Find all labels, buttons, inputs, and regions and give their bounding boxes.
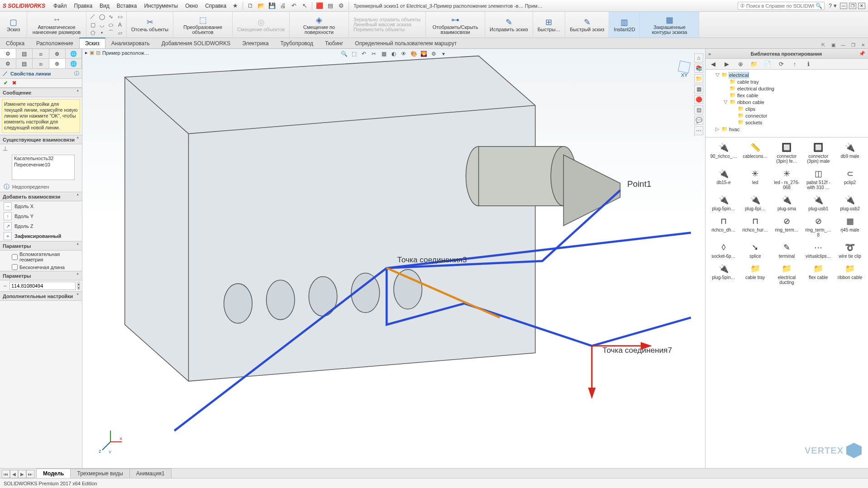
relation-along-x[interactable]: →Вдоль X [0, 201, 82, 211]
last-tab-icon[interactable]: ⏭ [26, 470, 34, 478]
library-item[interactable]: ◫pabst 512f - with 310 … [803, 166, 834, 191]
ribbon-auto-dimension[interactable]: ↔Автоматическое нанесение размеров [27, 12, 86, 38]
property-tab[interactable]: ▤ [16, 49, 33, 58]
cancel-button[interactable]: ✖ [12, 80, 16, 86]
add-loc-icon[interactable]: ⊕ [736, 60, 744, 68]
text-tool-icon[interactable]: A [116, 21, 124, 28]
mgr-tab-4[interactable]: ⊕ [49, 59, 66, 68]
ribbon-quick-snaps[interactable]: ⊞Быстры… [533, 12, 566, 38]
breadcrumb[interactable]: ▸ ▣ ▧ Пример располож… [85, 50, 149, 56]
fillet-tool-icon[interactable]: ⌒ [107, 29, 114, 37]
rect-tool-icon[interactable]: ▢ [89, 21, 96, 28]
select-icon[interactable]: ↖ [300, 2, 309, 10]
relation-along-y[interactable]: ↑Вдоль Y [0, 211, 82, 221]
forward-icon[interactable]: ▶ [723, 60, 731, 68]
tree-node[interactable]: 📁electrical ducting [706, 85, 867, 92]
construction-geometry-row[interactable]: Вспомогательная геометрия [0, 251, 82, 263]
menu-view[interactable]: Вид [96, 3, 113, 9]
mgr-tab-2[interactable]: ▤ [16, 59, 33, 68]
infinite-length-row[interactable]: Бесконечная длина [0, 263, 82, 271]
view-orient-icon[interactable]: ▦ [380, 50, 388, 58]
menu-file[interactable]: Файл [50, 3, 71, 9]
length-input[interactable] [10, 282, 76, 290]
library-item[interactable]: ⊓richco_hur… [740, 214, 771, 238]
plane-tool-icon[interactable]: ▱ [116, 29, 124, 37]
additional-settings-header[interactable]: Дополнительные настройки˅ [0, 291, 82, 301]
more-views-icon[interactable]: ▾ [439, 50, 448, 58]
library-item[interactable]: ▦rj45 male [835, 214, 865, 238]
apply-scene-icon[interactable]: 🌄 [420, 50, 428, 58]
doc-close-icon[interactable]: ✕ [859, 41, 867, 48]
library-item[interactable]: 🔌plug-sma [772, 193, 802, 212]
rebuild-icon[interactable]: 🟥 [315, 2, 324, 10]
length-spinner[interactable]: ▴▾ [77, 282, 80, 290]
relation-item[interactable]: Пересечение10 [12, 161, 74, 168]
library-item[interactable]: 🔲connector (3pin) fe… [772, 140, 802, 165]
library-item[interactable]: 🔌plug-usb1 [803, 193, 834, 212]
feature-tree-tab[interactable]: ⚙ [0, 49, 16, 58]
print-icon[interactable]: 🖨 [279, 2, 287, 10]
tab-evaluate[interactable]: Анализировать [105, 38, 156, 48]
library-item[interactable]: 🔌plug-5pin… [708, 193, 739, 212]
point-tool-icon[interactable]: • [98, 29, 105, 37]
view-palette-tab-icon[interactable]: ▦ [694, 85, 703, 94]
library-item[interactable]: ⊂pclip2 [835, 166, 865, 191]
ribbon-offset-surface[interactable]: ◈Смещение по поверхности [290, 12, 349, 38]
tab-addins[interactable]: Добавления SOLIDWORKS [156, 38, 237, 48]
spline-tool-icon[interactable]: ∿ [107, 13, 114, 20]
library-item[interactable]: ⊘ring_term_… 8 [803, 214, 834, 238]
view-settings-icon[interactable]: ⚙ [429, 50, 438, 58]
library-item[interactable]: 📁flex cable [803, 261, 834, 286]
prev-view-icon[interactable]: ↶ [360, 50, 368, 58]
section-view-icon[interactable]: ✂ [370, 50, 378, 58]
doc-expand-icon[interactable]: ⇱ [819, 41, 827, 48]
next-tab-icon[interactable]: ▶ [18, 470, 26, 478]
display-style-icon[interactable]: ◐ [390, 50, 398, 58]
library-item[interactable]: 🔌plug-6pi… [740, 193, 771, 212]
help-search-input[interactable] [746, 3, 814, 9]
tree-node[interactable]: 📁connector [706, 112, 867, 119]
library-item[interactable]: 🔌db9 male [835, 140, 865, 165]
line-tool-icon[interactable]: ／ [89, 13, 96, 20]
back-icon[interactable]: ◀ [709, 60, 717, 68]
parameters-header[interactable]: Параметры˄ [0, 271, 82, 280]
window-restore[interactable]: ❐ [849, 3, 856, 9]
library-item[interactable]: 🔌db15-e [708, 166, 739, 191]
new-icon[interactable]: 🗋 [246, 2, 254, 10]
menu-edit[interactable]: Правка [71, 3, 96, 9]
slot-tool-icon[interactable]: ▭ [116, 13, 124, 20]
library-item[interactable]: 🔲connector (3pin) male [803, 140, 834, 165]
relation-fixed[interactable]: ⌖Зафиксированный [0, 231, 82, 241]
library-item[interactable]: ⊓richco_dh… [708, 214, 739, 238]
window-minimize[interactable]: — [840, 3, 847, 9]
tab-user-route[interactable]: Определенный пользователем маршрут [349, 38, 463, 48]
doc-restore-icon[interactable]: ❐ [849, 41, 857, 48]
forum-tab-icon[interactable]: 💬 [694, 116, 703, 125]
panel-collapse-icon[interactable]: » [708, 51, 711, 57]
relation-item[interactable]: Касательность32 [12, 155, 74, 161]
spin-down-icon[interactable]: ▾ [77, 286, 80, 290]
pin-icon[interactable]: 📌 [859, 51, 865, 57]
menu-help[interactable]: Справка [201, 3, 230, 9]
home-tab-icon[interactable]: ⌂ [694, 53, 703, 62]
tree-node[interactable]: ▷📁hvac [706, 126, 867, 133]
more-tab-icon[interactable]: ⋯ [694, 126, 703, 135]
bottom-tab-3dviews[interactable]: Трехмерные виды [70, 469, 129, 478]
tree-expand-icon[interactable]: ▷ [715, 126, 720, 132]
hide-show-icon[interactable]: 👁 [400, 50, 408, 58]
relation-along-z[interactable]: ↗Вдоль Z [0, 221, 82, 231]
search-go-icon[interactable]: 🔍 [816, 3, 822, 9]
ribbon-trim[interactable]: ✂Отсечь объекты [127, 12, 173, 38]
tree-node[interactable]: 📁sockets [706, 119, 867, 126]
library-item[interactable]: 🔌plug-usb2 [835, 193, 865, 212]
ribbon-sketch[interactable]: ▢Эскиз [0, 12, 27, 38]
design-library-tab-icon[interactable]: 📚 [694, 64, 703, 73]
doc-close2-icon[interactable]: ▣ [829, 41, 837, 48]
graphics-viewport[interactable]: ▸ ▣ ▧ Пример располож… 🔍 ⬚ ↶ ✂ ▦ ◐ 👁 🎨 🌄… [82, 49, 705, 478]
existing-relations-list[interactable]: Касательность32 Пересечение10 [12, 155, 75, 180]
undo-icon[interactable]: ↶ [290, 2, 298, 10]
add-file-icon[interactable]: 📄 [763, 60, 772, 68]
help-dropdown-icon[interactable]: ? ▾ [829, 2, 837, 10]
tree-node[interactable]: 📁clips [706, 105, 867, 112]
zoom-fit-icon[interactable]: 🔍 [340, 50, 348, 58]
